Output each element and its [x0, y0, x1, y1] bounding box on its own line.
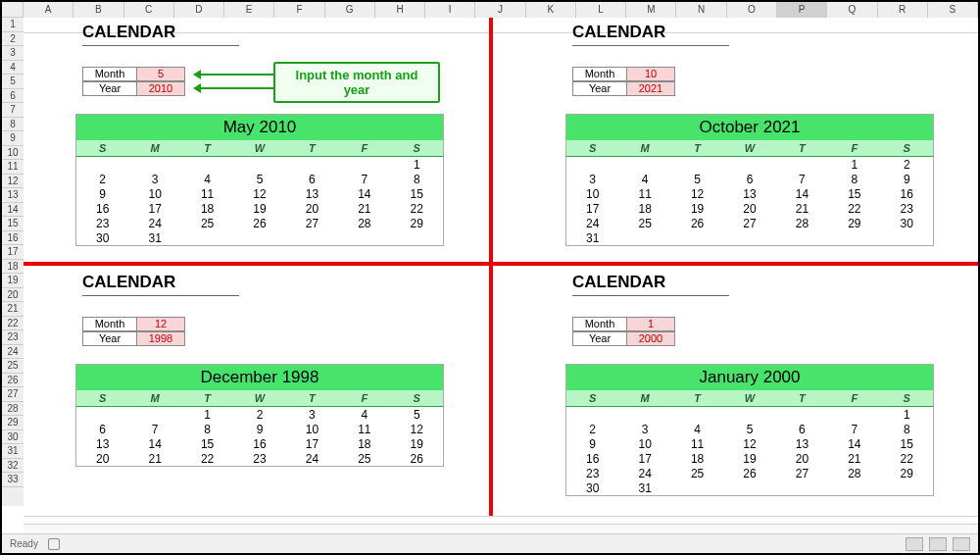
column-header-O[interactable]: O [727, 2, 777, 18]
column-header-F[interactable]: F [274, 2, 324, 18]
calendar-cell[interactable]: 30 [881, 216, 933, 230]
column-header-B[interactable]: B [74, 2, 123, 18]
year-input[interactable]: 2010 [137, 82, 184, 95]
row-header-12[interactable]: 12 [2, 175, 24, 189]
calendar-cell[interactable] [671, 407, 723, 422]
column-header-G[interactable]: G [325, 2, 375, 18]
calendar-cell[interactable]: 16 [881, 186, 933, 201]
calendar-cell[interactable] [671, 230, 723, 245]
calendar-cell[interactable]: 31 [128, 230, 180, 245]
calendar-cell[interactable]: 12 [671, 186, 723, 201]
calendar-cell[interactable]: 6 [76, 422, 128, 436]
row-header-19[interactable]: 19 [2, 274, 24, 288]
calendar-cell[interactable]: 2 [881, 157, 933, 172]
calendar-cell[interactable] [76, 407, 128, 422]
calendar-cell[interactable]: 23 [76, 216, 128, 230]
row-header-30[interactable]: 30 [2, 430, 24, 445]
calendar-cell[interactable]: 25 [618, 216, 670, 230]
calendar-cell[interactable]: 22 [881, 451, 933, 466]
calendar-cell[interactable]: 5 [723, 422, 775, 436]
calendar-cell[interactable] [776, 480, 828, 495]
calendar-cell[interactable]: 3 [128, 172, 180, 186]
calendar-cell[interactable]: 30 [566, 480, 618, 495]
calendar-cell[interactable]: 21 [338, 201, 390, 216]
calendar-cell[interactable]: 5 [391, 407, 443, 422]
calendar-cell[interactable] [723, 230, 775, 245]
column-header-M[interactable]: M [626, 2, 676, 18]
calendar-cell[interactable]: 2 [76, 172, 128, 186]
calendar-cell[interactable]: 29 [828, 216, 880, 230]
calendar-cell[interactable]: 10 [286, 422, 338, 436]
row-header-1[interactable]: 1 [2, 18, 24, 32]
row-header-5[interactable]: 5 [2, 75, 24, 89]
calendar-cell[interactable]: 10 [566, 186, 618, 201]
row-header-18[interactable]: 18 [2, 260, 24, 275]
calendar-cell[interactable]: 22 [181, 451, 233, 466]
calendar-cell[interactable]: 14 [776, 186, 828, 201]
calendar-cell[interactable] [618, 230, 670, 245]
calendar-cell[interactable]: 18 [618, 201, 670, 216]
calendar-cell[interactable]: 26 [671, 216, 723, 230]
calendar-cell[interactable]: 16 [233, 436, 285, 451]
row-header-24[interactable]: 24 [2, 345, 24, 360]
calendar-cell[interactable]: 21 [776, 201, 828, 216]
calendar-cell[interactable]: 21 [128, 451, 180, 466]
calendar-cell[interactable]: 8 [181, 422, 233, 436]
calendar-cell[interactable]: 15 [881, 436, 933, 451]
row-header-13[interactable]: 13 [2, 188, 24, 203]
calendar-cell[interactable] [723, 407, 775, 422]
calendar-cell[interactable]: 15 [181, 436, 233, 451]
calendar-cell[interactable]: 19 [671, 201, 723, 216]
calendar-cell[interactable]: 13 [286, 186, 338, 201]
calendar-cell[interactable]: 9 [76, 186, 128, 201]
calendar-cell[interactable] [233, 157, 285, 172]
calendar-cell[interactable] [618, 157, 670, 172]
row-header-31[interactable]: 31 [2, 444, 24, 459]
calendar-cell[interactable]: 9 [881, 172, 933, 186]
worksheet-area[interactable]: CALENDAR Month 5 Year 2010 May 2010 SMTW… [24, 18, 978, 533]
calendar-cell[interactable]: 11 [338, 422, 390, 436]
calendar-cell[interactable]: 1 [181, 407, 233, 422]
row-header-8[interactable]: 8 [2, 118, 24, 132]
calendar-cell[interactable]: 9 [566, 436, 618, 451]
calendar-cell[interactable]: 8 [391, 172, 443, 186]
sheet-tab-strip[interactable] [24, 524, 978, 533]
calendar-cell[interactable]: 28 [338, 216, 390, 230]
calendar-cell[interactable]: 7 [776, 172, 828, 186]
calendar-cell[interactable]: 3 [618, 422, 670, 436]
calendar-cell[interactable] [338, 157, 390, 172]
calendar-cell[interactable]: 26 [723, 466, 775, 480]
row-header-17[interactable]: 17 [2, 245, 24, 260]
column-headers[interactable]: ABCDEFGHIJKLMNOPQRS [24, 2, 978, 18]
calendar-cell[interactable]: 26 [391, 451, 443, 466]
calendar-cell[interactable]: 16 [76, 201, 128, 216]
calendar-cell[interactable]: 14 [828, 436, 880, 451]
calendar-cell[interactable]: 1 [881, 407, 933, 422]
calendar-cell[interactable]: 12 [233, 186, 285, 201]
calendar-cell[interactable] [566, 157, 618, 172]
calendar-cell[interactable]: 21 [828, 451, 880, 466]
calendar-cell[interactable]: 27 [286, 216, 338, 230]
calendar-cell[interactable]: 4 [181, 172, 233, 186]
calendar-cell[interactable]: 19 [233, 201, 285, 216]
calendar-cell[interactable] [391, 230, 443, 245]
calendar-cell[interactable]: 7 [128, 422, 180, 436]
calendar-cell[interactable]: 14 [338, 186, 390, 201]
year-input[interactable]: 2000 [627, 332, 674, 345]
calendar-cell[interactable]: 29 [881, 466, 933, 480]
calendar-cell[interactable]: 18 [338, 436, 390, 451]
column-header-N[interactable]: N [676, 2, 726, 18]
calendar-cell[interactable] [338, 230, 390, 245]
calendar-cell[interactable]: 17 [128, 201, 180, 216]
calendar-cell[interactable] [776, 157, 828, 172]
calendar-cell[interactable]: 15 [391, 186, 443, 201]
row-header-15[interactable]: 15 [2, 217, 24, 231]
calendar-cell[interactable]: 7 [338, 172, 390, 186]
calendar-cell[interactable]: 8 [828, 172, 880, 186]
calendar-cell[interactable] [776, 407, 828, 422]
calendar-cell[interactable]: 17 [566, 201, 618, 216]
row-header-32[interactable]: 32 [2, 459, 24, 474]
column-header-Q[interactable]: Q [827, 2, 877, 18]
calendar-cell[interactable]: 5 [233, 172, 285, 186]
calendar-cell[interactable] [286, 230, 338, 245]
